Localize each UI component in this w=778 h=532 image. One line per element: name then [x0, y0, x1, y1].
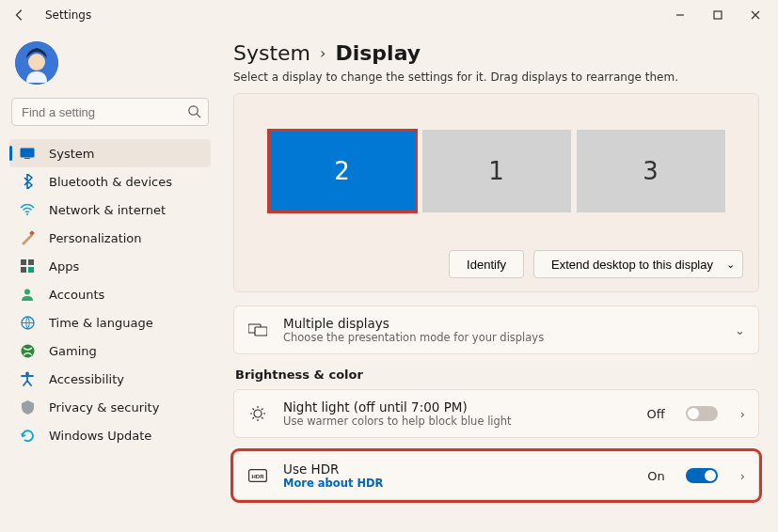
svg-point-3: [28, 54, 45, 70]
update-icon: [19, 429, 36, 443]
svg-point-4: [189, 106, 198, 115]
accessibility-icon: [19, 371, 36, 386]
sidebar-item-privacy-security[interactable]: Privacy & security: [9, 393, 211, 421]
svg-point-20: [254, 410, 262, 417]
svg-point-17: [25, 372, 29, 376]
hdr-icon: HDR: [247, 469, 268, 482]
sidebar-item-label: Time & language: [49, 316, 153, 330]
panel-actions: Identify Extend desktop to this display …: [249, 250, 743, 278]
svg-line-5: [197, 114, 200, 117]
monitor-2[interactable]: 2: [268, 130, 417, 212]
svg-point-8: [26, 213, 28, 215]
svg-text:HDR: HDR: [252, 474, 265, 479]
sidebar-item-windows-update[interactable]: Windows Update: [9, 421, 211, 449]
night-light-card[interactable]: Night light (off until 7:00 PM) Use warm…: [233, 389, 759, 438]
hdr-toggle[interactable]: [686, 468, 718, 483]
svg-line-26: [262, 417, 263, 419]
sidebar-item-label: Accounts: [49, 288, 104, 302]
breadcrumb: System › Display: [233, 41, 759, 65]
svg-rect-13: [28, 267, 34, 273]
title-bar: Settings: [0, 0, 778, 30]
card-text: Use HDR More about HDR: [283, 462, 632, 490]
bluetooth-icon: [19, 174, 36, 189]
sidebar-item-label: Personalization: [49, 231, 142, 245]
more-about-hdr-link[interactable]: More about HDR: [283, 477, 632, 490]
chevron-down-icon[interactable]: ⌄: [735, 323, 745, 337]
svg-rect-12: [21, 267, 26, 273]
breadcrumb-root[interactable]: System: [233, 41, 310, 65]
monitor-1[interactable]: 1: [422, 130, 571, 212]
sidebar-item-label: System: [49, 147, 94, 161]
chevron-right-icon[interactable]: ›: [740, 469, 745, 483]
svg-rect-6: [21, 149, 35, 158]
sidebar-item-system[interactable]: System: [9, 139, 211, 167]
system-icon: [19, 148, 36, 159]
card-subtitle: Choose the presentation mode for your di…: [283, 331, 712, 344]
sidebar-item-accessibility[interactable]: Accessibility: [9, 365, 211, 393]
maximize-button[interactable]: [699, 2, 737, 28]
hdr-card[interactable]: HDR Use HDR More about HDR On ›: [233, 451, 759, 500]
search-icon: [187, 104, 201, 118]
svg-rect-7: [24, 158, 30, 159]
section-header-brightness: Brightness & color: [235, 368, 759, 382]
card-title: Multiple displays: [283, 316, 712, 331]
toggle-state: Off: [647, 407, 665, 421]
page-subtitle: Select a display to change the settings …: [233, 70, 759, 84]
nav-list: SystemBluetooth & devicesNetwork & inter…: [9, 139, 211, 449]
wifi-icon: [19, 204, 36, 215]
apps-icon: [19, 259, 36, 273]
svg-point-14: [24, 289, 30, 295]
chevron-right-icon[interactable]: ›: [740, 407, 745, 421]
multiple-displays-card[interactable]: Multiple displays Choose the presentatio…: [233, 305, 759, 354]
display-mode-dropdown[interactable]: Extend desktop to this display ⌄: [533, 250, 743, 278]
night-light-toggle[interactable]: [686, 406, 718, 421]
svg-line-28: [262, 409, 263, 411]
night-light-icon: [247, 405, 268, 422]
sidebar-item-label: Bluetooth & devices: [49, 175, 172, 189]
sidebar-item-label: Gaming: [49, 344, 97, 358]
sidebar-item-label: Windows Update: [49, 429, 151, 443]
svg-rect-1: [714, 11, 722, 19]
monitor-3[interactable]: 3: [577, 130, 725, 212]
globe-time-icon: [19, 316, 36, 330]
svg-point-16: [21, 344, 34, 357]
breadcrumb-page: Display: [335, 41, 421, 65]
shield-icon: [19, 400, 36, 415]
window-title: Settings: [45, 8, 661, 22]
minimize-button[interactable]: [661, 2, 699, 28]
sidebar-item-personalization[interactable]: Personalization: [9, 224, 211, 252]
sidebar-item-label: Privacy & security: [49, 400, 159, 415]
display-arrangement-panel: 213 Identify Extend desktop to this disp…: [233, 93, 759, 292]
card-title: Use HDR: [283, 462, 632, 477]
monitor-grid: 213: [249, 130, 743, 212]
avatar: [15, 41, 58, 85]
sidebar-item-network-internet[interactable]: Network & internet: [9, 196, 211, 224]
sidebar-item-apps[interactable]: Apps: [9, 252, 211, 280]
main-content: System › Display Select a display to cha…: [218, 30, 778, 532]
svg-rect-19: [255, 327, 267, 336]
sidebar-item-gaming[interactable]: Gaming: [9, 336, 211, 365]
window-controls: [661, 2, 774, 28]
chevron-down-icon: ⌄: [726, 258, 735, 271]
back-button[interactable]: [11, 7, 28, 23]
chevron-right-icon: ›: [320, 44, 325, 62]
account-header[interactable]: [9, 38, 211, 98]
multiple-displays-icon: [247, 322, 268, 337]
card-subtitle: Use warmer colors to help block blue lig…: [283, 415, 632, 428]
card-text: Multiple displays Choose the presentatio…: [283, 316, 712, 344]
paint-icon: [19, 230, 36, 245]
sidebar-item-bluetooth-devices[interactable]: Bluetooth & devices: [9, 167, 211, 196]
person-icon: [19, 288, 36, 301]
sidebar: SystemBluetooth & devicesNetwork & inter…: [0, 30, 218, 532]
toggle-state: On: [647, 469, 664, 483]
svg-line-27: [253, 417, 255, 419]
svg-line-25: [253, 409, 255, 411]
search-input[interactable]: [11, 98, 209, 126]
identify-button[interactable]: Identify: [449, 250, 524, 278]
sidebar-item-accounts[interactable]: Accounts: [9, 280, 211, 308]
close-button[interactable]: [737, 2, 774, 28]
svg-rect-10: [21, 259, 26, 265]
card-title: Night light (off until 7:00 PM): [283, 399, 632, 415]
sidebar-item-label: Network & internet: [49, 203, 166, 217]
sidebar-item-time-language[interactable]: Time & language: [9, 308, 211, 336]
